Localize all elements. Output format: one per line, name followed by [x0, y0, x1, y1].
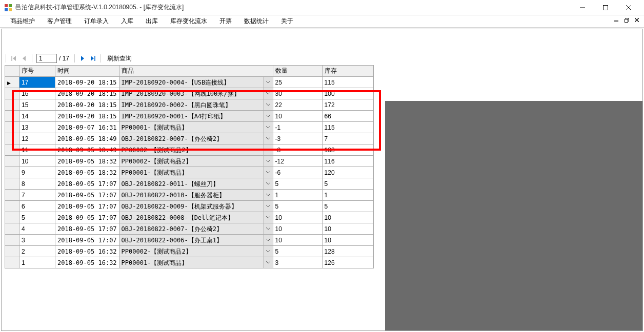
product-combo-text[interactable]: PP00001-【测试商品】: [119, 122, 264, 133]
table-row[interactable]: 162018-09-20 18:15IMP-20180920-0003-【网线1…: [5, 88, 374, 99]
window-maximize-button[interactable]: [594, 1, 617, 15]
chevron-down-icon[interactable]: [264, 223, 273, 234]
product-combo-text[interactable]: OBJ-20180822-0007-【办公椅2】: [119, 133, 264, 144]
cell-qty[interactable]: -1: [273, 122, 322, 133]
table-row[interactable]: 152018-09-20 18:15IMP-20180920-0002-【黑白圆…: [5, 99, 374, 111]
cell-seq[interactable]: 9: [19, 167, 55, 178]
cell-qty[interactable]: 10: [273, 235, 322, 246]
cell-time[interactable]: 2018-09-07 16:31: [55, 122, 119, 133]
cell-qty[interactable]: 3: [273, 257, 322, 268]
table-row[interactable]: ▶172018-09-20 18:15IMP-20180920-0004-【US…: [5, 77, 374, 88]
cell-seq[interactable]: 10: [19, 156, 55, 167]
row-header[interactable]: [5, 257, 19, 268]
cell-qty[interactable]: -6: [273, 167, 322, 178]
cell-product[interactable]: OBJ-20180822-0007-【办公椅2】: [119, 133, 273, 144]
cell-qty[interactable]: -3: [273, 133, 322, 144]
cell-qty[interactable]: -12: [273, 156, 322, 167]
cell-stock[interactable]: 1: [322, 190, 373, 201]
cell-stock[interactable]: 10: [322, 212, 373, 223]
cell-stock[interactable]: 100: [322, 88, 373, 99]
cell-time[interactable]: 2018-09-05 17:07: [55, 178, 119, 190]
cell-qty[interactable]: 5: [273, 178, 322, 190]
cell-seq[interactable]: 16: [19, 88, 55, 99]
row-header[interactable]: [5, 235, 19, 246]
nav-first-button[interactable]: [9, 54, 18, 63]
row-header-corner[interactable]: [5, 66, 19, 77]
cell-product[interactable]: IMP-20180920-0001-【A4打印纸】: [119, 111, 273, 122]
col-header-product[interactable]: 商品: [119, 66, 273, 77]
cell-qty[interactable]: 10: [273, 111, 322, 122]
chevron-down-icon[interactable]: [264, 201, 273, 212]
chevron-down-icon[interactable]: [264, 77, 273, 88]
chevron-down-icon[interactable]: [264, 212, 273, 223]
cell-stock[interactable]: 10: [322, 235, 373, 246]
nav-page-input[interactable]: [36, 54, 57, 63]
cell-stock[interactable]: 116: [322, 156, 373, 167]
chevron-down-icon[interactable]: [264, 246, 273, 257]
product-combo-text[interactable]: OBJ-20180822-0010-【服务器柜】: [119, 190, 264, 200]
cell-stock[interactable]: 7: [322, 133, 373, 144]
chevron-down-icon[interactable]: [264, 190, 273, 200]
cell-qty[interactable]: 25: [273, 77, 322, 88]
chevron-down-icon[interactable]: [264, 122, 273, 133]
row-header[interactable]: [5, 99, 19, 111]
cell-product[interactable]: IMP-20180920-0004-【USB连接线】: [119, 77, 273, 88]
table-row[interactable]: 22018-09-05 16:32PP00002-【测试商品2】5128: [5, 246, 374, 257]
col-header-stock[interactable]: 库存: [322, 66, 373, 77]
menu-statistics[interactable]: 数据统计: [238, 15, 275, 27]
cell-seq[interactable]: 5: [19, 212, 55, 223]
chevron-down-icon[interactable]: [264, 257, 273, 268]
table-row[interactable]: 132018-09-07 16:31PP00001-【测试商品】-1115: [5, 122, 374, 133]
row-header[interactable]: [5, 133, 19, 144]
menu-customer[interactable]: 客户管理: [41, 15, 78, 27]
cell-product[interactable]: IMP-20180920-0003-【网线100米/捆】: [119, 88, 273, 99]
col-header-qty[interactable]: 数量: [273, 66, 322, 77]
table-row[interactable]: 92018-09-05 18:32PP00001-【测试商品】-6120: [5, 167, 374, 178]
cell-qty[interactable]: 30: [273, 88, 322, 99]
cell-time[interactable]: 2018-09-05 17:07: [55, 190, 119, 201]
row-header[interactable]: [5, 178, 19, 190]
table-row[interactable]: 142018-09-20 18:15IMP-20180920-0001-【A4打…: [5, 111, 374, 122]
cell-seq[interactable]: 14: [19, 111, 55, 122]
window-minimize-button[interactable]: [571, 1, 594, 15]
cell-time[interactable]: 2018-09-05 18:49: [55, 133, 119, 144]
table-row[interactable]: 32018-09-05 17:07OBJ-20180822-0006-【办工桌1…: [5, 235, 374, 246]
cell-product[interactable]: PP00001-【测试商品】: [119, 122, 273, 133]
window-close-button[interactable]: [617, 1, 640, 15]
product-combo-text[interactable]: PP00002-【测试商品2】: [119, 144, 264, 155]
cell-time[interactable]: 2018-09-20 18:15: [55, 99, 119, 111]
product-combo-text[interactable]: OBJ-20180822-0006-【办工桌1】: [119, 235, 264, 245]
cell-product[interactable]: PP00002-【测试商品2】: [119, 246, 273, 257]
cell-time[interactable]: 2018-09-05 18:49: [55, 144, 119, 156]
chevron-down-icon[interactable]: [264, 235, 273, 245]
col-header-seq[interactable]: 序号: [19, 66, 55, 77]
cell-time[interactable]: 2018-09-20 18:15: [55, 111, 119, 122]
cell-seq[interactable]: 11: [19, 144, 55, 156]
product-combo-text[interactable]: OBJ-20180822-0008-【Dell笔记本】: [119, 212, 264, 223]
product-combo-text[interactable]: OBJ-20180822-0011-【螺丝刀】: [119, 178, 264, 189]
cell-qty[interactable]: 10: [273, 212, 322, 223]
nav-prev-button[interactable]: [19, 54, 29, 63]
mdi-minimize-button[interactable]: [612, 16, 620, 24]
cell-stock[interactable]: 120: [322, 167, 373, 178]
cell-time[interactable]: 2018-09-05 18:32: [55, 167, 119, 178]
cell-qty[interactable]: 5: [273, 246, 322, 257]
cell-time[interactable]: 2018-09-05 16:32: [55, 246, 119, 257]
chevron-down-icon[interactable]: [264, 144, 273, 155]
refresh-query-button[interactable]: 刷新查询: [104, 54, 135, 63]
cell-time[interactable]: 2018-09-05 17:07: [55, 201, 119, 212]
row-header[interactable]: ▶: [5, 77, 19, 88]
row-header[interactable]: [5, 122, 19, 133]
cell-product[interactable]: OBJ-20180822-0007-【办公椅2】: [119, 223, 273, 235]
menu-inventory-flow[interactable]: 库存变化流水: [164, 15, 213, 27]
product-combo-text[interactable]: IMP-20180920-0002-【黑白圆珠笔】: [119, 99, 264, 110]
row-header[interactable]: [5, 88, 19, 99]
cell-seq[interactable]: 15: [19, 99, 55, 111]
nav-next-button[interactable]: [78, 54, 87, 63]
cell-qty[interactable]: 22: [273, 99, 322, 111]
cell-product[interactable]: OBJ-20180822-0009-【机架式服务器】: [119, 201, 273, 212]
menu-about[interactable]: 关于: [275, 15, 299, 27]
table-row[interactable]: 42018-09-05 17:07OBJ-20180822-0007-【办公椅2…: [5, 223, 374, 235]
chevron-down-icon[interactable]: [264, 88, 273, 99]
cell-stock[interactable]: 128: [322, 246, 373, 257]
